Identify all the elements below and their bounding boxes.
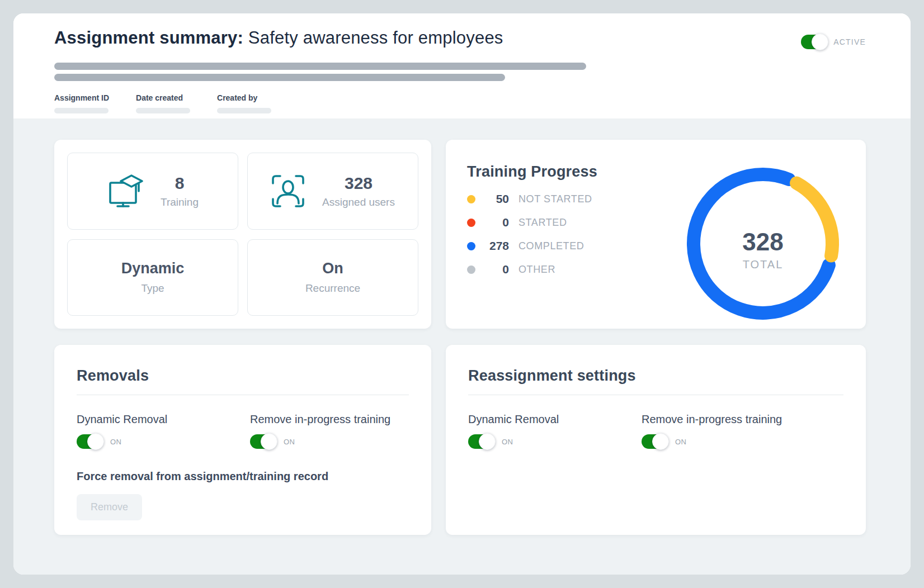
- remove-button[interactable]: Remove: [77, 494, 142, 520]
- legend-label: STARTED: [518, 217, 567, 229]
- training-count: 8: [175, 174, 185, 193]
- main-panel: Assignment summary: Safety awareness for…: [13, 13, 911, 575]
- donut-total-value: 328: [742, 228, 783, 255]
- meta-field-date-created: Date created: [136, 93, 190, 113]
- stat-card-training: 8 Training: [67, 153, 238, 230]
- toggle-knob: [87, 433, 104, 450]
- legend-label: NOT STARTED: [518, 193, 592, 205]
- page-title-prefix: Assignment summary:: [54, 28, 243, 48]
- meta-row: Assignment ID Date created Created by: [54, 93, 866, 113]
- removals-inprogress-toggle[interactable]: [250, 434, 276, 449]
- reassignment-settings-title: Reassignment settings: [468, 367, 843, 385]
- progress-legend: 50 NOT STARTED 0 STARTED 278 COMPLETED 0…: [467, 192, 652, 277]
- toggle-label: Dynamic Removal: [468, 413, 642, 426]
- active-status-group: ACTIVE: [801, 35, 866, 49]
- legend-label: COMPLETED: [518, 240, 584, 252]
- toggle-knob: [479, 433, 496, 450]
- stat-card-recurrence: On Recurrence: [247, 239, 418, 316]
- assigned-users-label: Assigned users: [322, 196, 395, 208]
- page-title: Assignment summary: Safety awareness for…: [54, 28, 503, 48]
- active-toggle[interactable]: [801, 35, 827, 49]
- recurrence-label: Recurrence: [305, 282, 360, 295]
- training-progress-card: Training Progress 50 NOT STARTED 0 START…: [446, 140, 866, 329]
- divider: [77, 395, 409, 395]
- divider: [468, 395, 843, 395]
- toggle-state-label: ON: [284, 438, 295, 446]
- removals-title: Removals: [77, 367, 409, 385]
- meta-label: Created by: [217, 93, 271, 102]
- legend-row-other: 0 OTHER: [467, 262, 652, 277]
- assigned-users-count: 328: [345, 174, 373, 193]
- stat-card-type: Dynamic Type: [67, 239, 238, 316]
- toggle-knob: [261, 433, 277, 450]
- legend-row-not-started: 50 NOT STARTED: [467, 192, 652, 206]
- force-removal-label: Force removal from assignment/training r…: [77, 470, 409, 483]
- legend-dot-other: [467, 265, 475, 274]
- toggle-state-label: ON: [675, 438, 687, 446]
- type-label: Type: [141, 282, 164, 295]
- meta-value-placeholder: [136, 108, 190, 113]
- removals-dynamic-removal-toggle[interactable]: [77, 434, 102, 449]
- toggle-label: Dynamic Removal: [77, 413, 250, 426]
- donut-segment-not-started: [796, 183, 832, 256]
- recurrence-value: On: [322, 260, 343, 277]
- reassignment-dynamic-removal-group: Dynamic Removal ON: [468, 413, 642, 449]
- removals-card: Removals Dynamic Removal ON Remove in-pr…: [54, 345, 431, 535]
- reassignment-inprogress-group: Remove in-progress training ON: [642, 413, 843, 449]
- toggle-label: Remove in-progress training: [642, 413, 843, 426]
- meta-label: Date created: [136, 93, 190, 102]
- training-monitor-icon: [107, 174, 144, 208]
- type-value: Dynamic: [121, 260, 185, 277]
- reassignment-settings-card: Reassignment settings Dynamic Removal ON…: [446, 345, 866, 535]
- legend-label: OTHER: [518, 264, 555, 276]
- skeleton-bar: [54, 63, 586, 70]
- meta-value-placeholder: [217, 108, 271, 113]
- legend-dot-completed: [467, 242, 475, 250]
- legend-row-started: 0 STARTED: [467, 215, 652, 230]
- meta-field-assignment-id: Assignment ID: [54, 93, 109, 113]
- legend-count: 0: [483, 263, 509, 276]
- meta-field-created-by: Created by: [217, 93, 271, 113]
- stat-card-assigned-users: 328 Assigned users: [247, 153, 418, 230]
- active-toggle-knob: [812, 34, 828, 50]
- toggle-state-label: ON: [110, 438, 122, 446]
- toggle-state-label: ON: [502, 438, 513, 446]
- toggle-label: Remove in-progress training: [250, 413, 409, 426]
- legend-dot-not-started: [467, 195, 475, 203]
- legend-row-completed: 278 COMPLETED: [467, 239, 652, 253]
- legend-count: 278: [483, 239, 509, 253]
- donut-total-label: TOTAL: [743, 258, 784, 271]
- skeleton-bar: [54, 74, 505, 81]
- removals-dynamic-removal-group: Dynamic Removal ON: [77, 413, 250, 449]
- legend-count: 50: [483, 192, 509, 206]
- legend-dot-started: [467, 219, 475, 227]
- page-title-subject: Safety awareness for employees: [243, 28, 503, 48]
- force-removal-block: Force removal from assignment/training r…: [77, 470, 409, 520]
- toggle-knob: [652, 433, 669, 450]
- reassignment-dynamic-removal-toggle[interactable]: [468, 434, 494, 449]
- training-label: Training: [161, 196, 199, 208]
- stats-panel: 8 Training 328 Assi: [54, 140, 431, 329]
- content-area: 8 Training 328 Assi: [13, 118, 911, 575]
- removals-inprogress-group: Remove in-progress training ON: [250, 413, 409, 449]
- active-status-label: ACTIVE: [833, 37, 866, 46]
- meta-value-placeholder: [54, 108, 109, 113]
- progress-donut-chart: 328 TOTAL: [681, 162, 845, 325]
- reassignment-inprogress-toggle[interactable]: [642, 434, 667, 449]
- assigned-users-icon: [271, 174, 305, 208]
- legend-count: 0: [483, 216, 509, 229]
- meta-label: Assignment ID: [54, 93, 109, 102]
- header: Assignment summary: Safety awareness for…: [13, 13, 911, 118]
